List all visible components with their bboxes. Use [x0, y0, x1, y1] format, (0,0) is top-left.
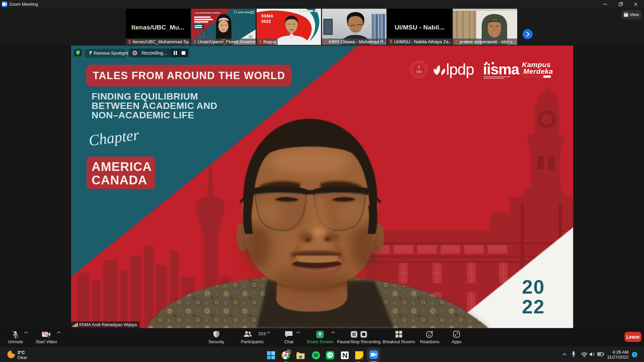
svg-text:lpdp iisma: lpdp iisma: [238, 11, 250, 14]
svg-text:20: 20: [249, 35, 253, 39]
svg-text:iisma: iisma: [483, 61, 520, 77]
svg-text:lpdp: lpdp: [446, 61, 474, 78]
svg-text:Merd.: Merd.: [250, 12, 254, 14]
svg-text:LINE: LINE: [328, 354, 333, 356]
svg-text:2022: 2022: [261, 19, 271, 24]
svg-text:IISMA: IISMA: [261, 13, 274, 18]
svg-text:TALES FROM AROUND THE WORLD: TALES FROM AROUND THE WORLD: [195, 12, 221, 14]
svg-text:Merdeka: Merdeka: [523, 67, 553, 75]
